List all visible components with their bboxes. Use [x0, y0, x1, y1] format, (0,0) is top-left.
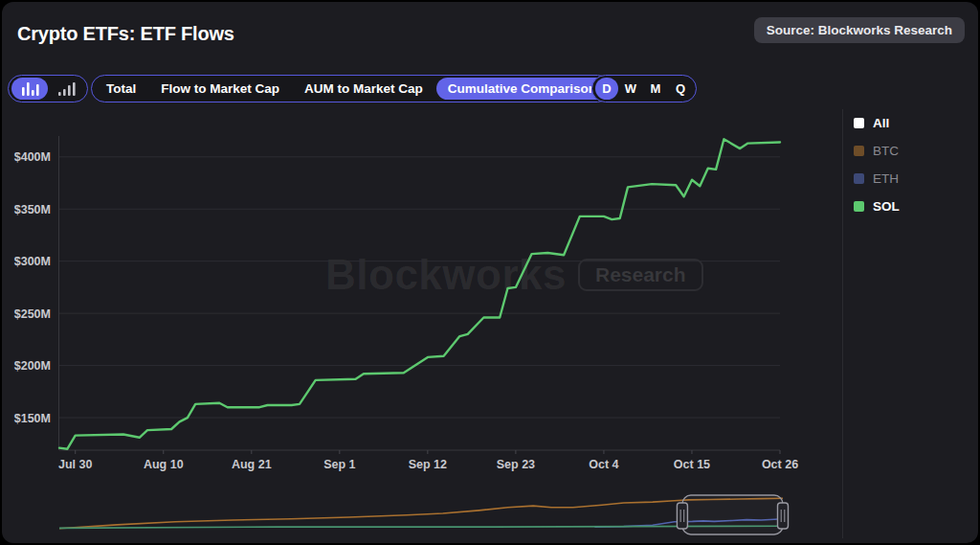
brush-window[interactable] [682, 495, 783, 534]
x-tick-label: Aug 10 [144, 458, 184, 471]
eth-swatch [854, 173, 864, 184]
brush-handle-right[interactable] [778, 503, 789, 529]
y-tick-label: $350M [14, 203, 51, 216]
y-tick-label: $200M [14, 359, 51, 373]
sol-swatch [854, 201, 864, 212]
legend-item-btc[interactable]: BTC [854, 145, 900, 157]
navigator-btc-line [59, 498, 783, 529]
y-tick-label: $150M [14, 412, 51, 425]
y-tick-label: $300M [14, 255, 51, 268]
legend-item-all[interactable]: All [854, 117, 900, 129]
legend-label-eth: ETH [873, 171, 899, 186]
x-tick-label: Sep 1 [323, 458, 355, 471]
x-tick-label: Aug 21 [232, 458, 272, 471]
x-tick-label: Oct 4 [589, 458, 618, 471]
crypto-etf-flows-card: Crypto ETFs: ETF Flows Source: Blockwork… [2, 2, 978, 543]
legend-label-sol: SOL [873, 199, 900, 214]
x-tick-label: Oct 15 [674, 458, 710, 471]
sol-series-line [59, 139, 780, 448]
x-tick-label: Oct 26 [762, 458, 798, 471]
x-tick-label: Jul 30 [58, 458, 92, 471]
legend-label-btc: BTC [873, 144, 899, 158]
navigator-sol-line [59, 526, 783, 528]
legend-item-sol[interactable]: SOL [854, 200, 900, 213]
cumulative-flows-line-chart: $150M$200M$250M$300M$350M$400MJul 30Aug … [2, 2, 978, 543]
legend-label-all: All [873, 116, 889, 130]
all-swatch [854, 118, 864, 128]
legend-divider [842, 109, 843, 538]
y-tick-label: $400M [14, 150, 51, 164]
y-tick-label: $250M [14, 307, 51, 321]
legend-item-eth[interactable]: ETH [854, 172, 900, 185]
btc-swatch [854, 146, 864, 156]
legend: All BTC ETH SOL [854, 117, 900, 228]
brush-handle-left[interactable] [677, 503, 687, 529]
x-tick-label: Sep 12 [409, 458, 447, 471]
x-tick-label: Sep 23 [497, 458, 535, 471]
